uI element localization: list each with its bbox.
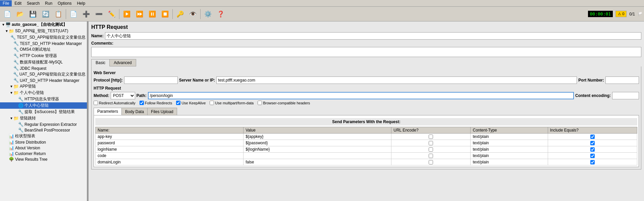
tree-item-db_config[interactable]: 🔧数据库链接配置-MySQL <box>0 59 87 65</box>
path-input[interactable] <box>148 92 574 99</box>
protocol-input[interactable] <box>124 77 178 84</box>
url-encode-cb-1[interactable] <box>429 141 433 145</box>
param-url-encode-2[interactable] <box>391 146 471 153</box>
server-input[interactable] <box>216 77 577 84</box>
param-url-encode-3[interactable] <box>391 153 471 159</box>
tree-item-beanshell[interactable]: 🔧BeanShell PostProcessor <box>0 127 87 133</box>
param-value-input-2[interactable] <box>246 147 389 152</box>
param-value-input-0[interactable] <box>246 134 389 139</box>
param-url-encode-1[interactable] <box>391 140 471 146</box>
toolbar-shutdown[interactable]: ⏹️ <box>159 8 171 20</box>
toolbar-save[interactable]: 💾 <box>27 8 39 20</box>
tree-item-jdbc[interactable]: 🔧JDBC Request <box>0 65 87 71</box>
toolbar-stop[interactable]: ⏸️ <box>146 8 158 20</box>
toolbar-copy[interactable]: 📋 <box>52 8 64 20</box>
tree-item-view_results[interactable]: 🌳View Results Tree <box>0 156 87 162</box>
tree-item-denglu_tiaozhuai[interactable]: ▼📁登陆跳转 <box>0 115 87 121</box>
tab-body-data[interactable]: Body Data <box>121 108 148 115</box>
tree-item-uat_sd_app[interactable]: 🔧UAT_SD_APP端登陆自定义变量信息 <box>0 71 87 78</box>
param-value-input-4[interactable] <box>246 160 389 164</box>
param-include-equals-4[interactable] <box>548 159 637 165</box>
method-select[interactable]: POST GET PUT DELETE <box>111 92 135 99</box>
tree-item-oms4[interactable]: 🔧OMS4.0测试地址 <box>0 46 87 53</box>
menu-search[interactable]: Search <box>24 0 42 6</box>
tree-item-store_dist[interactable]: 📊Store Distribution <box>0 139 87 145</box>
content-encoding-input[interactable] <box>612 92 639 99</box>
tree-item-sd_app[interactable]: ▼📁SD_APP端_登陆_TEST(UAT) <box>0 28 87 34</box>
menu-run[interactable]: Run <box>42 0 55 6</box>
follow-checkbox-label[interactable]: Follow Redirects <box>140 101 172 105</box>
param-include-equals-0[interactable] <box>548 134 637 140</box>
include-equals-cb-4[interactable] <box>590 160 595 164</box>
param-name-input-1[interactable] <box>98 141 241 145</box>
tree-item-zhuzhuang[interactable]: 📊柱状型报表 <box>0 133 87 139</box>
param-name-0[interactable] <box>96 134 244 140</box>
toolbar-help[interactable]: ❓ <box>215 8 227 20</box>
tree-item-test_sd_http[interactable]: 🔧TEST_SD_HTTP Header Manager <box>0 41 87 46</box>
tree-item-geren_zhongxin[interactable]: ▼📁个人中心登陆 <box>0 90 87 96</box>
url-encode-cb-4[interactable] <box>429 160 433 164</box>
toolbar-edit[interactable]: ✏️ <box>106 8 118 20</box>
param-name-1[interactable] <box>96 140 244 146</box>
warning-button[interactable]: ⚠ 0 <box>615 11 627 17</box>
tab-advanced[interactable]: Advanced <box>109 59 136 66</box>
redirect-checkbox-label[interactable]: Redirect Automatically <box>94 101 136 105</box>
root-toggle[interactable]: ▼ <box>1 23 5 27</box>
tree-item-test_sd_app[interactable]: 🔧TEST_SD_APP端登陆自定义变量信息 <box>0 34 87 41</box>
follow-checkbox[interactable] <box>140 101 144 105</box>
tree-item-http_xinxi[interactable]: 🔧HTTP信息头管理器 <box>0 96 87 102</box>
include-equals-cb-0[interactable] <box>590 135 595 139</box>
tree-item-uat_sd_http[interactable]: 🔧UAT_SD_HTTP Header Manager <box>0 78 87 83</box>
toolbar-remote[interactable]: ⚙️ <box>202 8 214 20</box>
param-name-2[interactable] <box>96 146 244 153</box>
include-equals-cb-2[interactable] <box>590 147 595 152</box>
tree-item-about_version[interactable]: 📊About Version <box>0 145 87 151</box>
param-include-equals-1[interactable] <box>548 140 637 146</box>
comments-input[interactable] <box>91 47 641 57</box>
tree-root[interactable]: ▼ 🖥️ auto_gaoxue_【自动化测试】 <box>0 21 87 28</box>
toolbar-open[interactable]: 📂 <box>14 8 26 20</box>
toggle-app_denglu[interactable]: ▼ <box>9 85 13 88</box>
param-value-4[interactable] <box>244 159 391 165</box>
param-include-equals-2[interactable] <box>548 146 637 153</box>
param-value-3[interactable] <box>244 153 391 159</box>
include-equals-cb-3[interactable] <box>590 154 595 158</box>
menu-file[interactable]: File <box>0 0 12 6</box>
param-url-encode-4[interactable] <box>391 159 471 165</box>
keepalive-checkbox-label[interactable]: Use KeepAlive <box>176 101 206 105</box>
param-name-4[interactable] <box>96 159 244 165</box>
multipart-checkbox-label[interactable]: Use multipart/form-data <box>210 101 254 105</box>
tree-item-ti_qu[interactable]: 🔧提取【isSuccess】登陆结果 <box>0 109 87 115</box>
param-value-1[interactable] <box>244 140 391 146</box>
tree-item-regex_extractor[interactable]: 🔧Regular Expression Extractor <box>0 121 87 127</box>
toggle-denglu_tiaozhuai[interactable]: ▼ <box>9 116 13 120</box>
tab-files-upload[interactable]: Files Upload <box>147 108 177 115</box>
url-encode-cb-3[interactable] <box>429 154 433 158</box>
tab-parameters[interactable]: Parameters <box>94 108 122 115</box>
param-include-equals-3[interactable] <box>548 153 637 159</box>
url-encode-cb-0[interactable] <box>429 135 433 139</box>
param-value-0[interactable] <box>244 134 391 140</box>
tab-basic[interactable]: Basic <box>91 59 110 66</box>
toolbar-add[interactable]: ➕ <box>80 8 92 20</box>
toolbar-new[interactable]: 📄 <box>1 8 13 20</box>
port-input[interactable] <box>605 77 639 84</box>
browser-headers-checkbox[interactable] <box>258 101 262 105</box>
param-value-input-3[interactable] <box>246 153 389 158</box>
param-value-2[interactable] <box>244 146 391 153</box>
toggle-sd_app[interactable]: ▼ <box>5 29 9 33</box>
toggle-geren_zhongxin[interactable]: ▼ <box>9 91 13 95</box>
toolbar-revert[interactable]: 🔄 <box>40 8 52 20</box>
multipart-checkbox[interactable] <box>210 101 214 105</box>
param-name-input-4[interactable] <box>98 160 241 164</box>
menu-options[interactable]: Options <box>55 0 74 6</box>
param-value-input-1[interactable] <box>246 141 389 145</box>
tree-item-customer_return[interactable]: 📊Customer Return <box>0 151 87 156</box>
toolbar-clear-all[interactable]: 👁️ <box>187 8 199 20</box>
param-name-input-3[interactable] <box>98 153 241 158</box>
toolbar-start[interactable]: ▶️ <box>121 8 133 20</box>
toolbar-remove[interactable]: ➖ <box>93 8 105 20</box>
browser-headers-checkbox-label[interactable]: Browser-compatible headers <box>258 101 310 105</box>
toolbar-clear[interactable]: 🔑 <box>174 8 186 20</box>
param-name-input-0[interactable] <box>98 134 241 139</box>
